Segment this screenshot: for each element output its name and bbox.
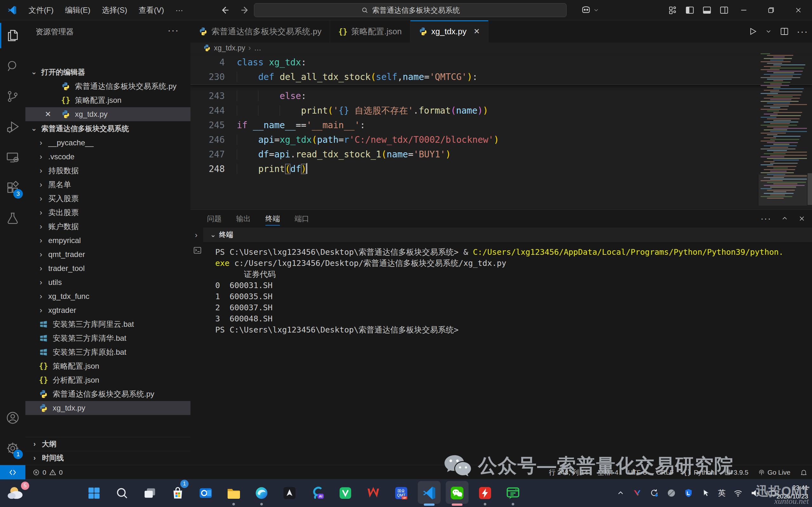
taskbar-wechat[interactable] bbox=[443, 479, 471, 507]
run-button[interactable] bbox=[748, 26, 757, 36]
close-button[interactable] bbox=[785, 0, 812, 20]
breadcrumb[interactable]: xg_tdx.py › … bbox=[191, 43, 812, 53]
tree-folder[interactable]: ›utils bbox=[25, 275, 191, 289]
more-actions-icon[interactable]: ··· bbox=[797, 26, 808, 37]
tree-folder[interactable]: ›__pycache__ bbox=[25, 136, 191, 150]
open-editor-item[interactable]: {}策略配置.json bbox=[25, 93, 191, 107]
taskbar-ai-assistant[interactable]: AI bbox=[304, 479, 331, 507]
menu-item-1[interactable]: 编辑(E) bbox=[59, 0, 96, 20]
taskbar-wps[interactable] bbox=[359, 479, 387, 507]
tree-folder[interactable]: ›qmt_trader bbox=[25, 247, 191, 262]
toggle-panel-icon[interactable] bbox=[702, 5, 712, 15]
tree-folder[interactable]: ›黑名单 bbox=[25, 178, 191, 191]
extensions-icon[interactable]: 3 bbox=[0, 173, 25, 203]
taskbar-file-explorer[interactable] bbox=[220, 479, 248, 507]
search-sidebar-icon[interactable] bbox=[0, 51, 25, 81]
taskbar-store[interactable]: 1 bbox=[164, 479, 192, 507]
menu-item-3[interactable]: 查看(V) bbox=[133, 0, 170, 20]
taskbar-task-view[interactable] bbox=[136, 479, 164, 507]
panel-rail-chevron-icon[interactable]: › bbox=[195, 231, 198, 239]
wifi-icon[interactable] bbox=[733, 488, 743, 498]
taskbar-green-app[interactable] bbox=[331, 479, 359, 507]
command-center-search[interactable]: 索普通达信多板块交易系统 bbox=[254, 3, 566, 17]
volume-muted-icon[interactable] bbox=[750, 488, 760, 498]
tab-1[interactable]: {}策略配置.json bbox=[330, 20, 411, 43]
tree-folder[interactable]: ›.vscode bbox=[25, 150, 191, 164]
tree-file[interactable]: 索普通达信多板块交易系统.py bbox=[25, 387, 191, 401]
tree-folder[interactable]: ›持股数据 bbox=[25, 164, 191, 178]
tree-file[interactable]: {}分析配置.json bbox=[25, 373, 191, 387]
terminal-editor-icon[interactable] bbox=[193, 245, 203, 256]
settings-gear-icon[interactable]: 1 bbox=[0, 433, 25, 463]
copilot-menu[interactable] bbox=[581, 0, 599, 20]
workspace-header[interactable]: ⌄ 索普通达信多板块交易系统 bbox=[25, 121, 191, 136]
terminal-group-header[interactable]: ⌄ 终端 bbox=[203, 227, 812, 242]
panel-maximize-chevron-icon[interactable] bbox=[781, 215, 789, 222]
taskbar-red-flash[interactable] bbox=[471, 479, 499, 507]
customize-layout-icon[interactable] bbox=[668, 5, 678, 15]
explorer-icon[interactable] bbox=[0, 20, 25, 51]
toggle-secondary-sidebar-icon[interactable] bbox=[719, 5, 729, 15]
open-editor-item[interactable]: 索普通达信多板块交易系统.py bbox=[25, 79, 191, 93]
panel-tab-端口[interactable]: 端口 bbox=[294, 210, 309, 227]
testing-icon[interactable] bbox=[0, 203, 25, 233]
tab-active-2[interactable]: xg_tdx.py✕ bbox=[411, 20, 489, 43]
taskbar-game-center[interactable] bbox=[276, 479, 304, 507]
taskbar-edge[interactable] bbox=[248, 479, 276, 507]
terminal-output[interactable]: PS C:\Users\lxg123456\Desktop\索普通达信多板块交易… bbox=[215, 246, 806, 335]
breadcrumb-more[interactable]: … bbox=[254, 44, 261, 52]
eol-sequence[interactable]: CRLF bbox=[656, 469, 673, 476]
tab-close-icon[interactable]: ✕ bbox=[474, 27, 480, 36]
taskbar-clock[interactable]: 23:41 2025/10/23 bbox=[776, 484, 808, 501]
panel-tab-问题[interactable]: 问题 bbox=[207, 210, 222, 227]
menu-item-2[interactable]: 选择(S) bbox=[96, 0, 133, 20]
timeline-section[interactable]: › 时间线 bbox=[25, 451, 191, 465]
tree-folder[interactable]: ›empyrical bbox=[25, 233, 191, 247]
tree-file[interactable]: xg_tdx.py bbox=[25, 401, 191, 415]
remote-indicator[interactable] bbox=[0, 465, 25, 480]
tree-folder[interactable]: ›买入股票 bbox=[25, 191, 191, 206]
outline-section[interactable]: › 大纲 bbox=[25, 437, 191, 451]
back-arrow-icon[interactable] bbox=[218, 4, 231, 16]
taskbar-qmt[interactable]: 国金QMTVIP bbox=[387, 479, 415, 507]
panel-tab-输出[interactable]: 输出 bbox=[236, 210, 251, 227]
ime-indicator[interactable]: 英 bbox=[718, 488, 726, 498]
tree-folder[interactable]: ›账户数据 bbox=[25, 220, 191, 233]
widgets-weather-icon[interactable]: 5 bbox=[5, 482, 27, 504]
taskbar-vscode[interactable] bbox=[415, 479, 443, 507]
breadcrumb-file[interactable]: xg_tdx.py bbox=[214, 44, 245, 52]
tree-folder[interactable]: ›卖出股票 bbox=[25, 206, 191, 220]
taskbar-search[interactable] bbox=[108, 479, 136, 507]
tree-folder[interactable]: ›xg_tdx_func bbox=[25, 289, 191, 303]
open-editors-header[interactable]: ⌄ 打开的编辑器 bbox=[25, 65, 191, 79]
tab-0[interactable]: 索普通达信多板块交易系统.py bbox=[191, 20, 330, 43]
taskbar-start[interactable] bbox=[80, 479, 108, 507]
editor-scrollbar[interactable] bbox=[808, 173, 812, 205]
toggle-sidebar-icon[interactable] bbox=[685, 5, 695, 15]
problems-status[interactable]: 0 0 bbox=[33, 465, 62, 480]
taskbar-outlook[interactable] bbox=[192, 479, 220, 507]
minimize-button[interactable] bbox=[730, 0, 757, 20]
python-interpreter[interactable]: 3.9.5 bbox=[724, 469, 749, 476]
language-mode[interactable]: {} Python bbox=[683, 469, 714, 476]
accounts-icon[interactable] bbox=[0, 403, 25, 433]
run-dropdown-chevron-icon[interactable] bbox=[765, 28, 772, 35]
minimap-viewport[interactable] bbox=[759, 174, 807, 206]
forward-arrow-icon[interactable] bbox=[239, 4, 252, 16]
encoding[interactable]: UTF-8 bbox=[628, 469, 647, 476]
notifications-bell-icon[interactable] bbox=[800, 469, 808, 476]
indentation[interactable]: 空格: 4 bbox=[598, 468, 618, 477]
explorer-more-icon[interactable]: ··· bbox=[168, 25, 179, 36]
code-editor[interactable]: 243 else:244 print('{} 自选股不存在'.format(na… bbox=[191, 53, 812, 209]
tree-file[interactable]: 安装第三方库清华.bat bbox=[25, 331, 191, 345]
panel-more-icon[interactable]: ··· bbox=[761, 214, 771, 224]
tree-file[interactable]: 安装第三方库原始.bat bbox=[25, 345, 191, 359]
tree-file[interactable]: {}策略配置.json bbox=[25, 359, 191, 373]
menu-item-4[interactable]: ··· bbox=[170, 0, 189, 20]
split-editor-icon[interactable] bbox=[779, 26, 789, 36]
tray-sync-icon[interactable] bbox=[649, 488, 659, 498]
tray-vpos-icon[interactable] bbox=[632, 488, 642, 498]
tray-pen-cursor-icon[interactable] bbox=[701, 488, 710, 498]
tree-file[interactable]: 安装第三方库阿里云.bat bbox=[25, 317, 191, 331]
run-debug-icon[interactable] bbox=[0, 112, 25, 142]
